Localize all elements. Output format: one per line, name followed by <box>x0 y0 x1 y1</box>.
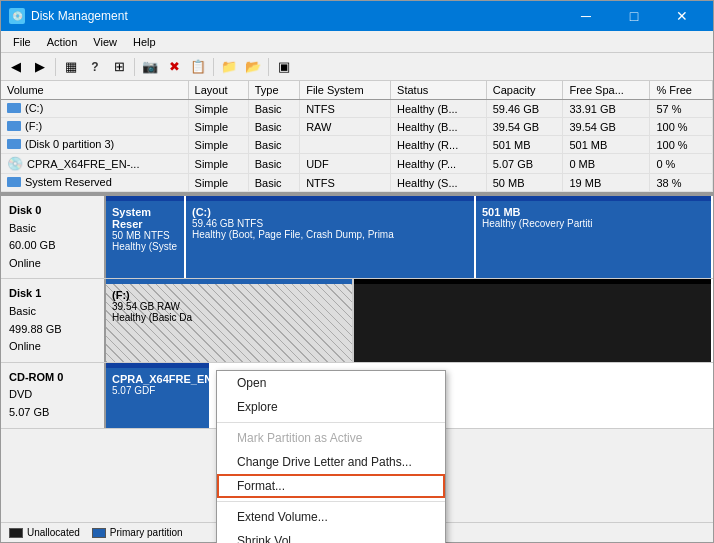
cell-layout: Simple <box>188 100 248 118</box>
open-folder-button[interactable]: 📁 <box>218 56 240 78</box>
cell-status: Healthy (B... <box>391 100 487 118</box>
folder2-button[interactable]: 📂 <box>242 56 264 78</box>
view-button[interactable]: ▦ <box>60 56 82 78</box>
col-volume: Volume <box>1 81 188 100</box>
disk-partitions-0: System Reser 50 MB NTFS Healthy (Syste (… <box>106 196 713 278</box>
partition-c[interactable]: (C:) 59.46 GB NTFS Healthy (Boot, Page F… <box>186 196 476 278</box>
legend-primary: Primary partition <box>92 527 183 538</box>
extra-button[interactable]: ▣ <box>273 56 295 78</box>
context-menu-item-8[interactable]: Shrink Vol... <box>217 529 445 543</box>
menu-file[interactable]: File <box>5 34 39 50</box>
cell-pct: 100 % <box>650 118 713 136</box>
window-title: Disk Management <box>31 9 563 23</box>
disk-label-1: Disk 1Basic499.88 GBOnline <box>1 279 106 361</box>
volume-table: Volume Layout Type File System Status Ca… <box>1 81 713 192</box>
cell-volume: (C:) <box>1 100 188 118</box>
context-menu-item-5[interactable]: Format... <box>217 474 445 498</box>
cell-capacity: 59.46 GB <box>486 100 563 118</box>
partition-unallocated-1 <box>354 279 713 361</box>
toolbar-separator-2 <box>134 58 135 76</box>
cell-volume: (Disk 0 partition 3) <box>1 136 188 154</box>
col-status: Status <box>391 81 487 100</box>
cell-fs: UDF <box>300 154 391 174</box>
cell-capacity: 5.07 GB <box>486 154 563 174</box>
context-menu-separator <box>217 501 445 502</box>
cell-layout: Simple <box>188 136 248 154</box>
cell-pct: 38 % <box>650 174 713 192</box>
legend-box-primary <box>92 528 106 538</box>
delete-button[interactable]: ✖ <box>163 56 185 78</box>
title-bar: 💿 Disk Management ─ □ ✕ <box>1 1 713 31</box>
cell-pct: 0 % <box>650 154 713 174</box>
cell-layout: Simple <box>188 174 248 192</box>
table-row[interactable]: (Disk 0 partition 3) Simple Basic Health… <box>1 136 713 154</box>
copy-button[interactable]: 📋 <box>187 56 209 78</box>
volume-table-section: Volume Layout Type File System Status Ca… <box>1 81 713 194</box>
minimize-button[interactable]: ─ <box>563 1 609 31</box>
col-pctfree: % Free <box>650 81 713 100</box>
cell-pct: 57 % <box>650 100 713 118</box>
cell-fs: RAW <box>300 118 391 136</box>
cell-free: 39.54 GB <box>563 118 650 136</box>
menu-action[interactable]: Action <box>39 34 86 50</box>
forward-button[interactable]: ▶ <box>29 56 51 78</box>
context-menu-item-7[interactable]: Extend Volume... <box>217 505 445 529</box>
context-menu-item-3: Mark Partition as Active <box>217 426 445 450</box>
window-icon: 💿 <box>9 8 25 24</box>
legend-box-unallocated <box>9 528 23 538</box>
disk-partitions-1: (F:) 39.54 GB RAW Healthy (Basic Da <box>106 279 713 361</box>
disk-row-1: Disk 1Basic499.88 GBOnline (F:) 39.54 GB… <box>1 279 713 362</box>
table-row[interactable]: System Reserved Simple Basic NTFS Health… <box>1 174 713 192</box>
cell-volume: System Reserved <box>1 174 188 192</box>
cell-pct: 100 % <box>650 136 713 154</box>
col-layout: Layout <box>188 81 248 100</box>
col-capacity: Capacity <box>486 81 563 100</box>
cell-free: 0 MB <box>563 154 650 174</box>
disk-row-0: Disk 0Basic60.00 GBOnline System Reser 5… <box>1 196 713 279</box>
cell-free: 33.91 GB <box>563 100 650 118</box>
close-button[interactable]: ✕ <box>659 1 705 31</box>
cell-type: Basic <box>248 118 299 136</box>
back-button[interactable]: ◀ <box>5 56 27 78</box>
legend-unallocated: Unallocated <box>9 527 80 538</box>
col-type: Type <box>248 81 299 100</box>
cell-fs: NTFS <box>300 100 391 118</box>
cell-fs <box>300 136 391 154</box>
cell-type: Basic <box>248 174 299 192</box>
context-menu-item-4[interactable]: Change Drive Letter and Paths... <box>217 450 445 474</box>
cell-volume: (F:) <box>1 118 188 136</box>
col-fs: File System <box>300 81 391 100</box>
legend-label-unallocated: Unallocated <box>27 527 80 538</box>
context-menu: OpenExploreMark Partition as ActiveChang… <box>216 370 446 543</box>
disk-label-0: Disk 0Basic60.00 GBOnline <box>1 196 106 278</box>
partition-f[interactable]: (F:) 39.54 GB RAW Healthy (Basic Da <box>106 279 354 361</box>
cell-free: 501 MB <box>563 136 650 154</box>
partition-system-reserved[interactable]: System Reser 50 MB NTFS Healthy (Syste <box>106 196 186 278</box>
legend-label-primary: Primary partition <box>110 527 183 538</box>
menu-help[interactable]: Help <box>125 34 164 50</box>
toolbar-separator-3 <box>213 58 214 76</box>
cell-layout: Simple <box>188 118 248 136</box>
camera-button[interactable]: 📷 <box>139 56 161 78</box>
cell-capacity: 39.54 GB <box>486 118 563 136</box>
cell-type: Basic <box>248 100 299 118</box>
maximize-button[interactable]: □ <box>611 1 657 31</box>
cell-status: Healthy (B... <box>391 118 487 136</box>
partition-cdrom[interactable]: CPRA_X64FRE_EN 5.07 GDF <box>106 363 211 428</box>
table-row[interactable]: 💿 CPRA_X64FRE_EN-... Simple Basic UDF He… <box>1 154 713 174</box>
properties-button[interactable]: ⊞ <box>108 56 130 78</box>
context-menu-item-1[interactable]: Explore <box>217 395 445 419</box>
table-row[interactable]: (F:) Simple Basic RAW Healthy (B... 39.5… <box>1 118 713 136</box>
menu-view[interactable]: View <box>85 34 125 50</box>
context-menu-item-0[interactable]: Open <box>217 371 445 395</box>
cell-fs: NTFS <box>300 174 391 192</box>
cell-capacity: 50 MB <box>486 174 563 192</box>
cell-free: 19 MB <box>563 174 650 192</box>
menu-bar: File Action View Help <box>1 31 713 53</box>
cell-volume: 💿 CPRA_X64FRE_EN-... <box>1 154 188 174</box>
cell-type: Basic <box>248 136 299 154</box>
table-row[interactable]: (C:) Simple Basic NTFS Healthy (B... 59.… <box>1 100 713 118</box>
partition-recovery[interactable]: 501 MB Healthy (Recovery Partiti <box>476 196 713 278</box>
help-button[interactable]: ? <box>84 56 106 78</box>
context-menu-separator <box>217 422 445 423</box>
